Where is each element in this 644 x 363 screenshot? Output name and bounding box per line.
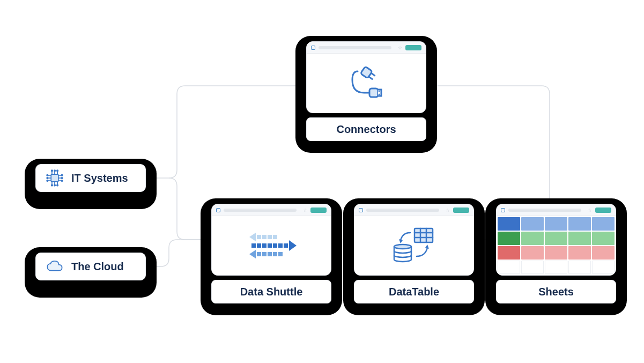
star-icon: ☆: [446, 208, 450, 212]
node-connectors-label: Connectors: [306, 117, 426, 141]
node-datatable-card: ☆: [354, 204, 474, 276]
card-toolbar: ☆: [307, 42, 426, 54]
node-data-shuttle-card: ☆: [211, 204, 331, 276]
star-icon: ☆: [588, 208, 592, 212]
svg-rect-33: [262, 235, 267, 239]
toolbar-button: [453, 208, 469, 213]
svg-rect-39: [268, 243, 272, 248]
card-toolbar: ☆: [354, 204, 473, 216]
svg-point-20: [47, 177, 48, 179]
toolbar-placeholder: [366, 209, 439, 212]
svg-rect-0: [51, 174, 58, 182]
star-icon: ☆: [398, 46, 402, 50]
app-logo-icon: [501, 208, 505, 212]
node-the-cloud: The Cloud: [35, 253, 146, 280]
svg-rect-50: [414, 228, 433, 242]
card-toolbar: ☆: [212, 204, 331, 216]
node-datatable-label: DataTable: [354, 280, 474, 303]
svg-point-21: [47, 180, 48, 182]
db-table-sync-icon: [390, 225, 438, 266]
toolbar-placeholder: [508, 209, 581, 212]
diagram-canvas: IT Systems The Cloud ☆: [0, 0, 644, 363]
svg-rect-37: [257, 243, 261, 248]
svg-point-13: [51, 170, 53, 172]
node-sheets-label: Sheets: [496, 280, 616, 303]
node-it-systems: IT Systems: [35, 164, 146, 192]
svg-point-14: [54, 170, 56, 172]
toolbar-placeholder: [319, 46, 391, 49]
toolbar-button: [310, 208, 327, 213]
svg-point-15: [57, 170, 58, 172]
node-sheets-card: ☆: [496, 204, 616, 276]
toolbar-placeholder: [224, 209, 297, 212]
svg-marker-57: [425, 245, 429, 249]
svg-rect-34: [268, 235, 272, 239]
star-icon: ☆: [303, 208, 307, 212]
chip-icon: [46, 169, 64, 187]
toolbar-button: [595, 208, 611, 213]
svg-rect-38: [262, 243, 267, 248]
app-logo-icon: [359, 208, 363, 212]
svg-rect-36: [251, 243, 256, 248]
svg-marker-56: [399, 239, 403, 243]
card-toolbar: ☆: [497, 204, 616, 216]
svg-marker-44: [249, 250, 256, 258]
svg-line-26: [371, 73, 375, 76]
node-label: The Cloud: [71, 261, 124, 273]
svg-point-22: [61, 175, 63, 176]
svg-point-18: [57, 184, 58, 186]
svg-rect-46: [262, 252, 267, 256]
svg-rect-45: [257, 252, 261, 256]
svg-rect-40: [273, 243, 277, 248]
spreadsheet-icon: [497, 216, 616, 275]
plugs-icon: [345, 64, 388, 102]
node-label: IT Systems: [71, 172, 128, 184]
svg-point-55: [394, 245, 411, 249]
transfer-arrows-icon: [242, 226, 301, 265]
svg-point-16: [51, 184, 53, 186]
toolbar-button: [405, 45, 421, 50]
svg-line-27: [369, 77, 373, 79]
svg-rect-32: [257, 235, 261, 239]
app-logo-icon: [311, 46, 315, 50]
node-data-shuttle-label: Data Shuttle: [211, 280, 331, 303]
svg-rect-47: [268, 252, 272, 256]
svg-rect-25: [360, 66, 372, 78]
node-connectors-card: ☆: [306, 41, 426, 113]
svg-rect-41: [278, 243, 283, 248]
cloud-icon: [46, 260, 64, 273]
svg-point-19: [47, 175, 48, 176]
svg-point-24: [61, 180, 63, 182]
svg-point-17: [54, 184, 56, 186]
svg-point-23: [61, 177, 63, 179]
svg-rect-49: [278, 252, 283, 256]
svg-rect-35: [273, 235, 277, 239]
svg-rect-42: [284, 243, 288, 248]
svg-marker-31: [249, 233, 256, 241]
svg-rect-48: [273, 252, 277, 256]
app-logo-icon: [216, 208, 220, 212]
svg-rect-28: [369, 88, 378, 97]
svg-marker-43: [289, 240, 297, 251]
